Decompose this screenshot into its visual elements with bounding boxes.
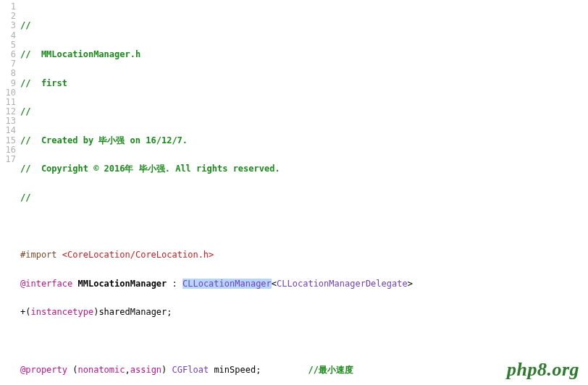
- preprocessor: #import: [20, 250, 62, 260]
- line-number: 5: [0, 41, 16, 50]
- text: +(: [20, 307, 30, 317]
- code-area[interactable]: // // MMLocationManager.h // first // //…: [20, 0, 588, 385]
- line-number: 4: [0, 31, 16, 41]
- code-line: //: [20, 21, 588, 30]
- code-line: #import <CoreLocation/CoreLocation.h>: [20, 250, 588, 260]
- text: ,: [125, 365, 130, 375]
- prop-name: minSpeed;: [214, 365, 261, 375]
- selection[interactable]: CLLocationManager: [182, 279, 272, 289]
- line-number: 3: [0, 21, 16, 30]
- code-editor: 1 2 3 4 5 6 7 8 9 10 11 12 13 14 15 16 1…: [0, 0, 588, 385]
- include-path: <CoreLocation/CoreLocation.h>: [62, 250, 214, 260]
- attr: assign: [130, 365, 161, 375]
- comment: // MMLocationManager.h: [20, 49, 140, 59]
- code-line: // Created by 毕小强 on 16/12/7.: [20, 136, 588, 145]
- comment: //: [20, 192, 30, 203]
- code-line: @property (nonatomic,assign) CGFloat min…: [20, 365, 588, 375]
- watermark: php8.org: [507, 359, 579, 381]
- attr: nonatomic: [77, 365, 125, 375]
- comment: //最小速度: [308, 365, 353, 375]
- comment: //: [20, 20, 30, 30]
- comment: //: [20, 106, 30, 117]
- comment: // Copyright © 2016年 毕小强. All rights res…: [20, 164, 280, 174]
- text: ): [161, 365, 172, 375]
- line-gutter: 1 2 3 4 5 6 7 8 9 10 11 12 13 14 15 16 1…: [0, 0, 20, 385]
- code-line: // first: [20, 79, 588, 88]
- comment: // Created by 毕小强 on 16/12/7.: [20, 135, 188, 145]
- keyword: instancetype: [30, 307, 93, 317]
- keyword: @property: [20, 365, 67, 375]
- keyword: @interface: [20, 279, 72, 289]
- code-line: // MMLocationManager.h: [20, 50, 588, 59]
- text: [261, 365, 308, 375]
- line-number: 15: [0, 136, 16, 145]
- class-name: MMLocationManager: [77, 279, 167, 289]
- code-line: // Copyright © 2016年 毕小强. All rights res…: [20, 164, 588, 174]
- code-line: +(instancetype)sharedManager;: [20, 308, 588, 317]
- code-line: //: [20, 193, 588, 203]
- text: (: [67, 365, 77, 375]
- comment: // first: [20, 78, 67, 88]
- type: CGFloat: [172, 365, 209, 375]
- code-line: @interface MMLocationManager : CLLocatio…: [20, 279, 588, 289]
- text: >: [408, 279, 413, 289]
- line-number: 8: [0, 69, 16, 78]
- text: :: [167, 279, 182, 289]
- line-number: 9: [0, 79, 16, 88]
- code-line: [20, 337, 588, 346]
- text: )sharedManager;: [93, 307, 172, 317]
- line-number: 17: [0, 155, 16, 164]
- code-line: //: [20, 107, 588, 117]
- line-number: 10: [0, 88, 16, 98]
- protocol: CLLocationManagerDelegate: [277, 279, 408, 289]
- code-line: [20, 222, 588, 232]
- text: <: [272, 279, 277, 289]
- line-number: 14: [0, 126, 16, 135]
